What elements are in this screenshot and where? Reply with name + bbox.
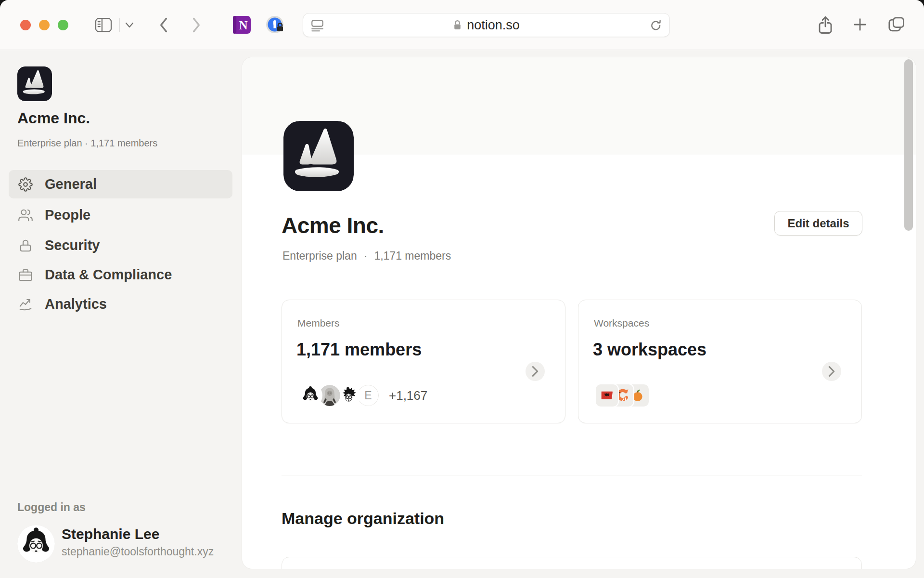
logged-in-as-label: Logged in as	[17, 501, 86, 514]
edit-details-button[interactable]: Edit details	[774, 211, 862, 236]
forward-button[interactable]	[192, 17, 201, 33]
workspace-icons-row	[595, 383, 650, 408]
sidebar-org-meta: Enterprise plan · 1,171 members	[17, 138, 157, 149]
address-bar-content: notion.so	[303, 13, 669, 37]
plan-label: Enterprise plan	[282, 250, 357, 263]
org-logo-small	[17, 66, 52, 101]
workspaces-card[interactable]: Workspaces 3 workspaces	[578, 300, 862, 423]
sidebar-toggle-icon[interactable]	[94, 17, 113, 33]
sidebar-item-label: Data & Compliance	[45, 267, 172, 283]
members-avatar-row: E +1,167	[298, 383, 427, 408]
sidebar-item-general[interactable]: General	[9, 170, 232, 198]
sidebar-item-label: People	[45, 207, 90, 223]
address-bar[interactable]: notion.so	[303, 13, 670, 37]
sidebar-item-label: General	[45, 176, 97, 192]
sidebar-chevron-down-icon[interactable]	[125, 22, 134, 28]
lock-icon	[18, 238, 33, 253]
user-name: Stephanie Lee	[62, 526, 159, 542]
members-card-chevron-button[interactable]	[526, 362, 545, 381]
members-card-value: 1,171 members	[296, 340, 422, 360]
sidebar-item-security[interactable]: Security	[9, 231, 232, 260]
section-divider	[282, 475, 862, 475]
briefcase-icon	[18, 268, 33, 282]
sidebar-item-people[interactable]: People	[9, 201, 232, 229]
users-icon	[18, 208, 33, 223]
trend-line-icon	[18, 297, 33, 312]
sidebar-item-analytics[interactable]: Analytics	[9, 290, 232, 318]
new-tab-button[interactable]	[852, 16, 868, 33]
minimize-window-button[interactable]	[39, 20, 50, 30]
dot-separator: ·	[364, 250, 368, 263]
browser-window: N noti	[0, 0, 924, 578]
user-avatar	[17, 525, 55, 563]
tls-lock-icon	[453, 20, 462, 30]
sidebar-item-data-compliance[interactable]: Data & Compliance	[9, 261, 232, 289]
org-plan-meta: Enterprise plan · 1,171 members	[282, 250, 451, 263]
toolbar-separator	[119, 18, 120, 32]
zoom-window-button[interactable]	[58, 20, 68, 30]
sidebar-item-label: Security	[45, 237, 100, 253]
settings-main-panel: Acme Inc. Enterprise plan · 1,171 member…	[242, 57, 916, 569]
members-count-label: 1,171 members	[374, 250, 451, 263]
reload-button[interactable]	[649, 19, 663, 32]
url-host-text: notion.so	[467, 18, 520, 33]
members-card-label: Members	[297, 317, 340, 329]
password-manager-extension-icon[interactable]	[266, 15, 285, 35]
gear-icon	[18, 177, 33, 192]
chevron-right-icon	[827, 366, 836, 377]
chevron-right-icon	[531, 366, 539, 377]
vertical-scrollbar-thumb[interactable]	[904, 59, 913, 231]
browser-toolbar: N noti	[0, 0, 924, 50]
albanian-flag-emoji	[595, 383, 619, 407]
manage-organization-card[interactable]	[282, 557, 862, 569]
member-avatar-1	[298, 383, 322, 407]
svg-text:N: N	[239, 19, 248, 32]
sidebar-item-label: Analytics	[45, 296, 107, 312]
workspaces-card-chevron-button[interactable]	[822, 362, 841, 381]
members-card[interactable]: Members 1,171 members	[282, 300, 565, 423]
members-overflow-count: +1,167	[389, 388, 427, 403]
user-email: stephanie@toolsforthought.xyz	[62, 545, 214, 558]
back-button[interactable]	[159, 17, 168, 33]
workspaces-card-label: Workspaces	[594, 317, 649, 329]
org-logo-large	[283, 121, 354, 191]
notes-extension-icon[interactable]: N	[233, 16, 251, 34]
sidebar-org-name: Acme Inc.	[17, 109, 90, 127]
manage-organization-heading: Manage organization	[282, 509, 444, 528]
tab-overview-button[interactable]	[887, 16, 905, 33]
close-window-button[interactable]	[20, 20, 31, 30]
workspaces-card-value: 3 workspaces	[593, 340, 706, 360]
share-button[interactable]	[817, 15, 834, 35]
page-title: Acme Inc.	[282, 212, 384, 238]
